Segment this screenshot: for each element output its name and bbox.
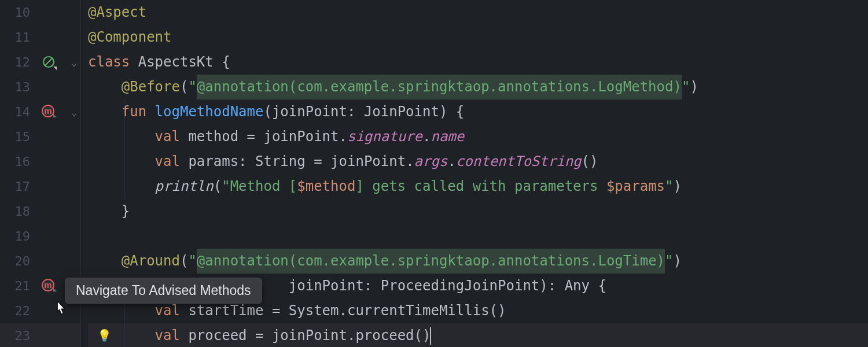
tooltip-label: Navigate To Advised Methods [76, 283, 251, 298]
svg-marker-8 [53, 288, 57, 291]
line-number: 12 [0, 55, 35, 69]
line-number: 13 [0, 80, 35, 94]
code-line[interactable]: } [88, 199, 868, 224]
line-number: 21 [0, 279, 35, 293]
svg-marker-2 [53, 67, 57, 70]
advice-marker-icon[interactable]: m [42, 105, 57, 120]
function-name-token: logMethodName [155, 99, 264, 124]
property-token: signature [347, 124, 422, 149]
brace-token: { [214, 50, 230, 75]
line-number: 15 [0, 130, 35, 144]
annotation-token: @Component [88, 25, 172, 50]
gutter-row[interactable]: 11 [0, 25, 80, 50]
template-token: $params [606, 174, 665, 199]
gutter-row[interactable]: 16 [0, 149, 80, 174]
keyword-token: fun [122, 99, 146, 124]
gutter-row[interactable]: 23 [0, 323, 80, 347]
line-number: 17 [0, 179, 35, 194]
string-token: @annotation(com.example.springktaop.anno… [197, 75, 682, 99]
gutter-row[interactable]: 13 [0, 75, 80, 99]
code-line[interactable]: @Aspect [88, 0, 868, 25]
gutter-row[interactable]: 10 [0, 0, 80, 25]
gutter-row[interactable]: 12 ⌄ [0, 50, 80, 75]
line-number: 20 [0, 254, 35, 268]
gutter-row[interactable]: 20 [0, 249, 80, 274]
advice-marker-icon[interactable]: m [42, 279, 57, 294]
line-number: 23 [0, 328, 35, 343]
code-line-current[interactable]: val proceed = joinPoint.proceed() [88, 323, 868, 347]
code-line[interactable]: val method = joinPoint.signature.name [88, 124, 868, 149]
svg-text:m: m [44, 280, 52, 290]
gutter-row[interactable]: 15 [0, 124, 80, 149]
keyword-token: class [88, 50, 130, 75]
gutter-row[interactable]: 18 [0, 199, 80, 224]
svg-marker-5 [53, 114, 57, 117]
annotation-token: @Around [122, 249, 180, 274]
caret [430, 327, 431, 345]
template-token: $method [297, 174, 355, 199]
fold-toggle-icon[interactable]: ⌄ [71, 57, 77, 68]
code-line[interactable]: println("Method [$method] gets called wi… [88, 174, 868, 199]
line-number: 16 [0, 154, 35, 169]
annotation-token: @Before [122, 75, 180, 99]
fold-toggle-icon[interactable]: ⌄ [71, 106, 77, 117]
code-line[interactable]: @Before("@annotation(com.example.springk… [88, 75, 868, 99]
annotation-token: @Aspect [88, 0, 146, 25]
line-number: 11 [0, 30, 35, 45]
line-number: 14 [0, 105, 35, 119]
gutter-row[interactable]: 14 m ⌄ [0, 99, 80, 124]
gutter-row[interactable]: 17 [0, 174, 80, 199]
svg-line-1 [45, 58, 52, 65]
no-symbol-icon[interactable] [42, 55, 57, 70]
class-name-token: AspectsKt [138, 50, 214, 75]
code-line[interactable]: val params: String = joinPoint.args.cont… [88, 149, 868, 174]
code-line[interactable]: class AspectsKt { [88, 50, 868, 75]
property-token: name [431, 124, 464, 149]
code-line[interactable]: fun logMethodName(joinPoint: JoinPoint) … [88, 99, 868, 124]
line-number: 10 [0, 5, 35, 20]
line-number: 18 [0, 204, 35, 219]
code-line[interactable] [88, 224, 868, 249]
intention-bulb-icon[interactable]: 💡 [97, 328, 112, 342]
extension-call-token: contentToString [456, 149, 582, 174]
line-number: 22 [0, 304, 35, 318]
svg-text:m: m [44, 106, 52, 116]
line-number: 19 [0, 229, 35, 243]
string-token: (com.example.springktaop.annotations.Log… [289, 249, 665, 274]
code-line[interactable]: @Component [88, 25, 868, 50]
gutter-row[interactable]: 19 [0, 224, 80, 249]
navigate-to-advised-methods-tooltip[interactable]: Navigate To Advised Methods [65, 278, 262, 304]
code-line[interactable]: @Around("@annotation(com.example.springk… [88, 249, 868, 274]
